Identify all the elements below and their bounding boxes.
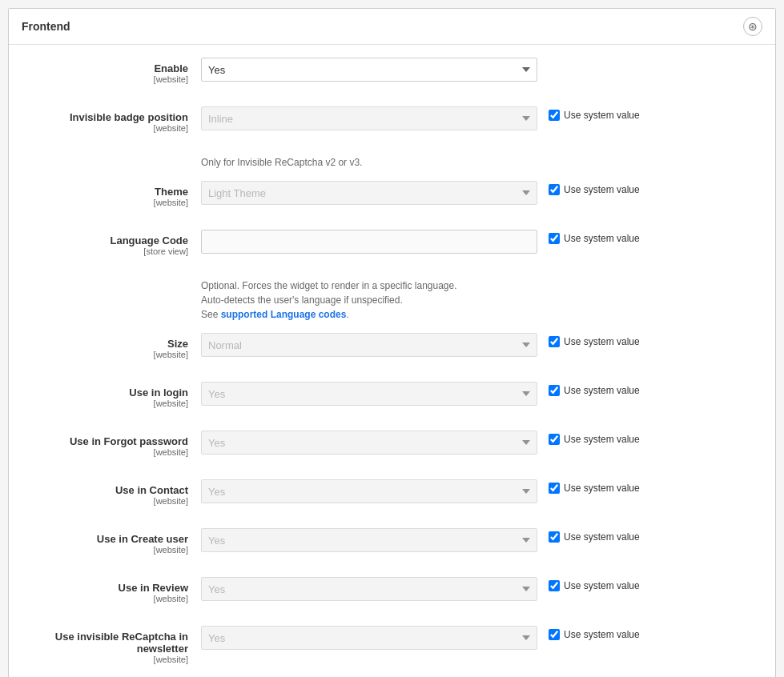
sublabel-size: [website]: [25, 350, 188, 359]
label-theme: Theme: [25, 186, 188, 198]
select-enable[interactable]: YesNo: [201, 58, 537, 82]
input-language_code[interactable]: [201, 230, 537, 254]
select-use_in_login[interactable]: YesNo: [201, 382, 537, 406]
select-use_invisible_newsletter[interactable]: YesNo: [201, 626, 537, 650]
sublabel-use_invisible_newsletter: [website]: [25, 655, 188, 664]
field-col-size: NormalCompact: [201, 333, 537, 357]
select-size[interactable]: NormalCompact: [201, 333, 537, 357]
system-value-checkbox-use_in_create_user[interactable]: [549, 531, 560, 543]
label-col-language_code: Language Code[store view]: [25, 230, 201, 256]
select-use_in_contact[interactable]: YesNo: [201, 479, 537, 503]
collapse-button[interactable]: ⊛: [743, 17, 762, 36]
system-value-label-use_in_forgot_password: Use system value: [564, 434, 640, 445]
field-row-use_in_create_user: Use in Create user[website]YesNoUse syst…: [25, 528, 759, 566]
field-row-language_code: Language Code[store view]Use system valu…: [25, 230, 759, 267]
field-row-theme: Theme[website]Light ThemeDark ThemeUse s…: [25, 181, 759, 218]
sublabel-use_in_forgot_password: [website]: [25, 447, 188, 457]
system-value-col-enable: [537, 58, 549, 61]
field-col-theme: Light ThemeDark Theme: [201, 181, 537, 205]
label-col-theme: Theme[website]: [25, 181, 201, 207]
label-enable: Enable: [25, 62, 188, 74]
label-col-enable: Enable[website]: [25, 58, 201, 84]
field-row-use_invisible_newsletter: Use invisible ReCaptcha in newsletter[we…: [25, 626, 759, 675]
system-value-checkbox-theme[interactable]: [549, 184, 560, 195]
select-theme[interactable]: Light ThemeDark Theme: [201, 181, 537, 205]
label-col-use_in_create_user: Use in Create user[website]: [25, 528, 201, 555]
label-invisible_badge_position: Invisible badge position: [25, 111, 188, 123]
sublabel-enable: [website]: [25, 74, 188, 84]
label-col-use_in_forgot_password: Use in Forgot password[website]: [25, 431, 201, 457]
system-value-label-use_in_login: Use system value: [564, 385, 640, 396]
field-col-invisible_badge_position: InlineBottom LeftBottom Right: [201, 106, 537, 130]
label-size: Size: [25, 338, 188, 350]
system-value-col-use_in_forgot_password: Use system value: [537, 431, 640, 445]
field-col-use_in_login: YesNo: [201, 382, 537, 406]
system-value-label-language_code: Use system value: [564, 233, 640, 244]
sublabel-use_in_contact: [website]: [25, 496, 188, 506]
field-row-use_in_review: Use in Review[website]YesNoUse system va…: [25, 577, 759, 615]
field-col-use_in_forgot_password: YesNo: [201, 431, 537, 455]
system-value-col-use_in_create_user: Use system value: [537, 528, 640, 543]
sublabel-use_in_review: [website]: [25, 594, 188, 603]
system-value-col-theme: Use system value: [537, 181, 640, 195]
label-col-use_in_contact: Use in Contact[website]: [25, 479, 201, 506]
field-col-language_code: [201, 230, 537, 254]
system-value-checkbox-use_invisible_newsletter[interactable]: [549, 629, 560, 640]
system-value-checkbox-use_in_contact[interactable]: [549, 483, 560, 494]
system-value-col-use_invisible_newsletter: Use system value: [537, 626, 640, 640]
label-use_in_forgot_password: Use in Forgot password: [25, 435, 188, 447]
sublabel-use_in_login: [website]: [25, 399, 188, 408]
panel-body: Enable[website]YesNoInvisible badge posi…: [9, 45, 775, 677]
label-col-invisible_badge_position: Invisible badge position[website]: [25, 106, 201, 133]
note-text-language_code: Optional. Forces the widget to render in…: [201, 278, 537, 322]
select-use_in_review[interactable]: YesNo: [201, 577, 537, 601]
note-row-language_code: Optional. Forces the widget to render in…: [25, 278, 759, 322]
note-text-invisible_badge_position: Only for Invisible ReCaptcha v2 or v3.: [201, 155, 537, 170]
frontend-panel: Frontend ⊛ Enable[website]YesNoInvisible…: [8, 8, 776, 677]
system-value-col-language_code: Use system value: [537, 230, 640, 244]
label-use_in_login: Use in login: [25, 387, 188, 399]
field-row-invisible_badge_position: Invisible badge position[website]InlineB…: [25, 106, 759, 144]
panel-title: Frontend: [22, 20, 70, 33]
system-value-label-size: Use system value: [564, 336, 640, 347]
sublabel-theme: [website]: [25, 198, 188, 207]
select-invisible_badge_position[interactable]: InlineBottom LeftBottom Right: [201, 106, 537, 130]
field-col-use_in_review: YesNo: [201, 577, 537, 601]
sublabel-invisible_badge_position: [website]: [25, 123, 188, 133]
field-col-use_invisible_newsletter: YesNo: [201, 626, 537, 650]
system-value-col-use_in_review: Use system value: [537, 577, 640, 591]
note-row-invisible_badge_position: Only for Invisible ReCaptcha v2 or v3.: [25, 155, 759, 170]
label-col-size: Size[website]: [25, 333, 201, 359]
label-col-use_in_review: Use in Review[website]: [25, 577, 201, 603]
system-value-checkbox-invisible_badge_position[interactable]: [549, 110, 560, 121]
label-language_code: Language Code: [25, 234, 188, 246]
field-row-use_in_contact: Use in Contact[website]YesNoUse system v…: [25, 479, 759, 517]
system-value-checkbox-language_code[interactable]: [549, 233, 560, 244]
field-col-use_in_create_user: YesNo: [201, 528, 537, 552]
system-value-col-use_in_login: Use system value: [537, 382, 640, 396]
field-col-enable: YesNo: [201, 58, 537, 82]
system-value-label-use_invisible_newsletter: Use system value: [564, 629, 640, 640]
field-row-use_in_login: Use in login[website]YesNoUse system val…: [25, 382, 759, 419]
system-value-label-use_in_create_user: Use system value: [564, 531, 640, 543]
sublabel-language_code: [store view]: [25, 246, 188, 256]
system-value-label-use_in_contact: Use system value: [564, 483, 640, 494]
supported-language-codes-link[interactable]: supported Language codes: [221, 309, 347, 320]
label-col-use_invisible_newsletter: Use invisible ReCaptcha in newsletter[we…: [25, 626, 201, 664]
label-use_in_review: Use in Review: [25, 582, 188, 594]
label-col-use_in_login: Use in login[website]: [25, 382, 201, 408]
label-use_invisible_newsletter: Use invisible ReCaptcha in newsletter: [25, 631, 188, 655]
system-value-label-invisible_badge_position: Use system value: [564, 110, 640, 121]
system-value-label-use_in_review: Use system value: [564, 580, 640, 591]
system-value-checkbox-use_in_login[interactable]: [549, 385, 560, 396]
field-col-use_in_contact: YesNo: [201, 479, 537, 503]
select-use_in_create_user[interactable]: YesNo: [201, 528, 537, 552]
select-use_in_forgot_password[interactable]: YesNo: [201, 431, 537, 455]
label-use_in_create_user: Use in Create user: [25, 533, 188, 545]
system-value-checkbox-size[interactable]: [549, 336, 560, 347]
system-value-checkbox-use_in_forgot_password[interactable]: [549, 434, 560, 445]
panel-header: Frontend ⊛: [9, 9, 775, 45]
field-row-size: Size[website]NormalCompactUse system val…: [25, 333, 759, 371]
system-value-checkbox-use_in_review[interactable]: [549, 580, 560, 591]
system-value-label-theme: Use system value: [564, 184, 640, 195]
